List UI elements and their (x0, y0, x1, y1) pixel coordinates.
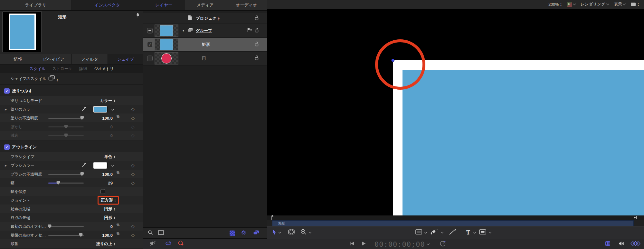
channel-display-control[interactable] (567, 2, 575, 7)
zoom-level-control[interactable]: 200% ▴▾ (548, 2, 562, 7)
chevron-down-icon[interactable] (424, 231, 427, 234)
slider-track[interactable] (48, 135, 84, 136)
generator-shape-tool-icon[interactable] (479, 229, 486, 236)
window-layout-control[interactable]: ▴▾ (630, 2, 639, 6)
slider-track[interactable] (48, 226, 84, 227)
linked-keyframes-icon[interactable] (630, 241, 641, 248)
tab-media[interactable]: メディア (185, 0, 226, 10)
lock-icon[interactable] (254, 15, 259, 22)
select-tool-icon[interactable] (272, 229, 277, 236)
disclosure-open-icon[interactable]: ▼ (182, 29, 185, 32)
value-popup[interactable]: 単色▴▾ (104, 154, 115, 159)
go-to-start-icon[interactable] (349, 241, 354, 247)
checkerboard-transparency-icon[interactable] (230, 230, 235, 236)
chevron-down-icon[interactable] (489, 231, 491, 234)
tab-audio[interactable]: オーディオ (226, 0, 267, 10)
slider-handle[interactable] (79, 233, 83, 237)
layer-row-3[interactable]: 円 (143, 52, 267, 65)
layer-row-0[interactable]: プロジェクト (143, 13, 267, 24)
zoom-tool-icon[interactable] (300, 229, 307, 236)
keyframe-diamond-icon[interactable]: ◇ (131, 163, 135, 168)
pin-icon[interactable] (136, 13, 140, 20)
value-field[interactable]: 0 (110, 224, 113, 229)
subtab-stroke[interactable]: ストローク (52, 66, 72, 72)
lock-icon[interactable] (254, 27, 259, 34)
lock-icon[interactable] (254, 41, 259, 48)
project-duration-clock-icon[interactable] (440, 240, 446, 248)
eyedropper-icon[interactable] (82, 106, 87, 112)
render-menu[interactable]: レンダリング (581, 2, 609, 7)
value-popup[interactable]: 塗りの上▴▾ (96, 241, 115, 246)
keyframe-diamond-icon[interactable]: ◇ (131, 124, 135, 129)
mute-speaker-icon[interactable] (150, 241, 156, 247)
text-tool-icon[interactable]: T (466, 229, 470, 236)
value-field[interactable]: 29 (108, 180, 113, 185)
layer-name[interactable]: 円 (202, 56, 206, 61)
tab-layers[interactable]: レイヤー (143, 0, 185, 10)
chevron-down-icon[interactable] (427, 242, 430, 245)
layer-activation-checkbox[interactable] (147, 56, 153, 61)
bezier-pen-tool-icon[interactable] (430, 229, 439, 236)
layer-name[interactable]: プロジェクト (196, 15, 221, 21)
slider-handle[interactable] (64, 134, 68, 137)
loop-playback-icon[interactable] (165, 241, 172, 247)
value-field[interactable]: 100.0 (102, 172, 113, 176)
value-popup[interactable]: 円形▴▾ (104, 206, 115, 212)
slider-handle[interactable] (80, 172, 84, 176)
tab-filters[interactable]: フィルタ (72, 54, 108, 64)
color-swatch[interactable] (93, 106, 107, 113)
chevron-down-icon[interactable] (441, 231, 443, 234)
chevron-down-icon[interactable] (473, 231, 476, 234)
timecode-display[interactable]: 00:00:00;00 (374, 240, 425, 248)
layer-activation-checkbox[interactable] (147, 28, 153, 34)
value-field[interactable]: 0 (110, 133, 113, 138)
shape-style-preset-icon[interactable] (48, 75, 55, 82)
disclosure-triangle-icon[interactable]: ▶ (5, 164, 7, 167)
end-marker-icon[interactable] (633, 215, 637, 221)
slider-handle[interactable] (80, 116, 84, 120)
thumbnail-display-icon[interactable] (158, 230, 164, 236)
flag-icon[interactable] (247, 28, 252, 34)
layer-row-1[interactable]: ▼グループ (143, 24, 267, 38)
keyframe-diamond-icon[interactable]: ◇ (131, 107, 135, 112)
search-icon[interactable] (148, 230, 153, 236)
section-checkbox[interactable]: ✓ (4, 88, 10, 94)
slider-track[interactable] (48, 235, 84, 236)
tab-info[interactable]: 情報 (0, 54, 36, 64)
canvas-viewport[interactable] (267, 9, 644, 215)
layer-activation-checkbox[interactable]: ✓ (147, 42, 153, 47)
shape-fill-blue[interactable] (402, 70, 644, 215)
chevron-down-icon[interactable] (279, 231, 281, 234)
filmstrip-icon[interactable] (605, 241, 611, 247)
joint-popup-highlighted[interactable]: 正方形▴▾ (98, 196, 119, 204)
slider-track[interactable] (48, 183, 84, 184)
subtab-geometry[interactable]: ジオメトリ (94, 66, 114, 72)
keyframe-diamond-icon[interactable]: ◇ (131, 180, 135, 185)
tab-shape[interactable]: シェイプ (108, 54, 144, 64)
gear-icon[interactable] (241, 230, 246, 236)
keyframe-diamond-icon[interactable]: ◇ (131, 224, 135, 229)
subtab-advanced[interactable]: 詳細 (79, 66, 87, 72)
stepper-icon[interactable]: ▴▾ (57, 75, 58, 82)
lock-icon[interactable] (254, 55, 259, 62)
orbit-3d-tool-icon[interactable] (287, 228, 296, 237)
slider-handle[interactable] (48, 224, 52, 228)
value-field[interactable]: 0 (110, 124, 113, 129)
color-swatch[interactable] (93, 162, 107, 169)
view-menu[interactable]: 表示 (614, 2, 625, 7)
layer-name[interactable]: 矩形 (202, 42, 210, 47)
slider-track[interactable] (48, 118, 84, 119)
tab-behaviors[interactable]: ビヘイビア (36, 54, 72, 64)
chevron-down-icon[interactable] (111, 108, 114, 110)
value-popup[interactable]: 円形▴▾ (104, 215, 115, 220)
layer-name[interactable]: グループ (196, 28, 212, 34)
layer-row-2[interactable]: ✓矩形 (143, 38, 267, 52)
shape-corner-control-point[interactable] (391, 59, 394, 62)
layers-overlap-icon[interactable] (253, 230, 259, 236)
tab-library[interactable]: ライブラリ (0, 0, 72, 10)
mini-timeline-ruler[interactable] (267, 215, 644, 220)
play-icon[interactable] (362, 241, 366, 247)
disclosure-triangle-icon[interactable]: ▶ (5, 108, 7, 111)
slider-handle[interactable] (56, 181, 60, 185)
chevron-down-icon[interactable] (111, 164, 114, 166)
